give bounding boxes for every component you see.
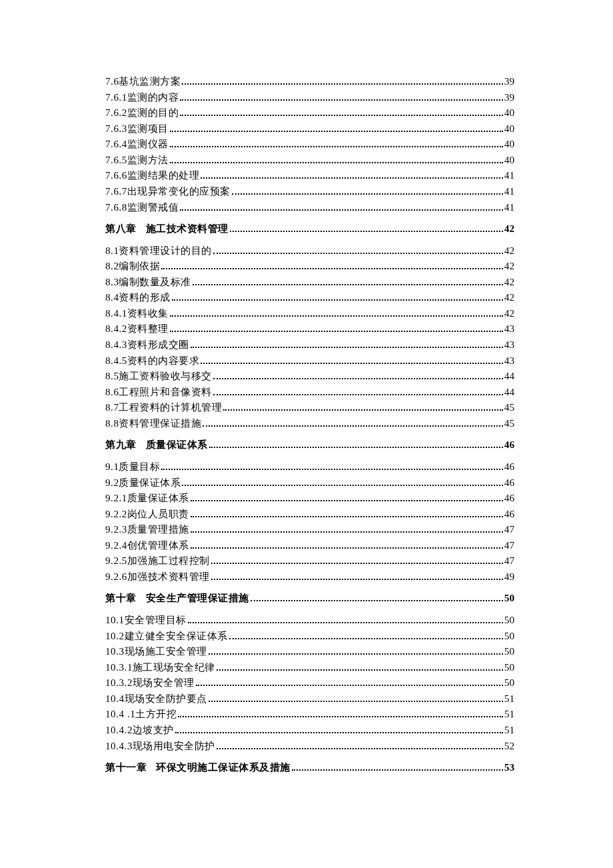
- toc-chapter-heading: 第九章质量保证体系46: [105, 437, 514, 453]
- toc-entry-title: 加强技术资料管理: [127, 569, 210, 585]
- toc-entry-page: 40: [504, 121, 514, 137]
- toc-leader-dots: [191, 510, 503, 517]
- toc-entry: 10.4.2 边坡支护 51: [105, 722, 514, 738]
- toc-entry-page: 41: [504, 199, 514, 215]
- toc-leader-dots: [170, 125, 503, 132]
- toc-entry: 10.3 现场施工安全管理50: [105, 643, 514, 659]
- toc-entry-title: 安全生产管理保证措施: [146, 590, 249, 606]
- toc-entry-title: 土方开挖: [135, 706, 177, 722]
- toc-entry-number: 7.6.1: [105, 89, 127, 105]
- toc-leader-dots: [170, 309, 503, 317]
- toc-entry-title: 加强施工过程控制: [127, 553, 210, 569]
- toc-leader-dots: [161, 262, 502, 269]
- toc-entry-page: 40: [504, 105, 514, 121]
- toc-entry-page: 49: [504, 569, 514, 585]
- toc-entry-page: 45: [504, 399, 514, 415]
- toc-entry: 9.2.1 质量保证体系 46: [105, 490, 514, 506]
- toc-entry: 8.5 施工资料验收与移交44: [105, 368, 514, 384]
- toc-entry-page: 42: [504, 221, 514, 237]
- toc-entry: 10.3.2 现场安全管理 50: [105, 675, 514, 691]
- toc-entry-title: 质量管理措施: [127, 521, 189, 537]
- toc-leader-dots: [196, 679, 503, 686]
- toc-entry-page: 45: [504, 415, 514, 431]
- toc-entry-number: 8.4: [105, 289, 119, 305]
- toc-entry: 7.6.4 监测仪器40: [105, 136, 514, 152]
- toc-entry-page: 51: [504, 722, 514, 738]
- toc-entry-page: 40: [504, 152, 514, 168]
- toc-entry: 8.8 资料管理保证措施45: [105, 415, 514, 431]
- toc-entry-page: 42: [504, 305, 514, 321]
- toc-entry: 9.2.3 质量管理措施 47: [105, 521, 514, 537]
- toc-entry-number: 9.2.6: [105, 569, 127, 585]
- toc-leader-dots: [191, 341, 503, 348]
- toc-chapter-heading: 第十章安全生产管理保证措施50: [105, 590, 514, 606]
- toc-entry-page: 46: [504, 490, 514, 506]
- toc-entry: 9.1 质量目标46: [105, 459, 514, 475]
- toc-entry-title: 监测项目: [127, 121, 169, 137]
- toc-entry-title: 岗位人员职责: [127, 506, 189, 522]
- toc-leader-dots: [251, 594, 503, 601]
- toc-entry: 10.4 .1 土方开挖51: [105, 706, 514, 722]
- toc-entry: 8.4 资料的形成42: [105, 289, 514, 305]
- toc-entry: 7.6.5 监测方法40: [105, 152, 514, 168]
- toc-entry-title: 建立健全安全保证体系: [125, 628, 228, 644]
- toc-entry-page: 46: [504, 437, 514, 453]
- toc-leader-dots: [191, 494, 503, 501]
- toc-leader-dots: [201, 356, 502, 363]
- toc-leader-dots: [188, 616, 503, 623]
- toc-entry-title: 环保文明施工保证体系及措施: [156, 759, 291, 775]
- toc-entry-title: 现场施工安全管理: [125, 643, 207, 659]
- toc-entry: 10.1 安全管理目标50: [105, 612, 514, 628]
- toc-entry: 8.4.2 资料整理43: [105, 321, 514, 337]
- toc-entry-page: 50: [504, 675, 514, 691]
- toc-entry-number: 9.2.2: [105, 506, 127, 522]
- toc-entry-title: 资料的形成: [119, 289, 171, 305]
- toc-leader-dots: [223, 403, 502, 411]
- toc-entry: 9.2 质量保证体系46: [105, 475, 514, 491]
- toc-entry-title: 创优管理体系: [127, 537, 189, 553]
- toc-leader-dots: [172, 293, 503, 301]
- toc-entry-title: 资料管理设计的目的: [119, 243, 212, 259]
- toc-entry: 9.2.5 加强施工过程控制 47: [105, 553, 514, 569]
- toc-leader-dots: [182, 478, 502, 485]
- toc-leader-dots: [211, 557, 503, 564]
- toc-entry: 8.6 工程照片和音像资料44: [105, 384, 514, 400]
- toc-entry-number: 8.4.3: [105, 337, 127, 353]
- toc-entry: 10.4 现场安全防护要点51: [105, 691, 514, 707]
- toc-chapter-heading: 第十一章环保文明施工保证体系及措施53: [105, 759, 514, 775]
- toc-entry-title: 资料收集: [127, 305, 169, 321]
- toc-entry-page: 39: [504, 89, 514, 105]
- toc-entry-number: 10.4.3: [105, 738, 133, 754]
- toc-entry-title: 现场安全防护要点: [125, 691, 207, 707]
- toc-leader-dots: [170, 140, 503, 147]
- toc-entry-page: 47: [504, 537, 514, 553]
- toc-entry-title: 监测的目的: [127, 105, 179, 121]
- toc-leader-dots: [213, 247, 503, 254]
- toc-leader-dots: [209, 647, 503, 655]
- toc-entry: 10.3.1 施工现场安全纪律 50: [105, 659, 514, 675]
- toc-entry-page: 42: [504, 258, 514, 274]
- toc-entry-number: 第八章: [105, 221, 137, 237]
- toc-leader-dots: [161, 463, 502, 470]
- toc-entry-page: 50: [504, 659, 514, 675]
- toc-entry-page: 50: [504, 612, 514, 628]
- toc-leader-dots: [180, 109, 502, 116]
- toc-entry-page: 40: [504, 136, 514, 152]
- toc-entry-number: 第十一章: [105, 759, 147, 775]
- toc-entry-page: 46: [504, 459, 514, 475]
- toc-entry-title: 施工现场安全纪律: [133, 659, 215, 675]
- toc-entry-number: 8.1: [105, 243, 119, 259]
- toc-leader-dots: [178, 710, 503, 717]
- toc-entry: 7.6.8 监测警戒值41: [105, 199, 514, 215]
- toc-entry-page: 47: [504, 521, 514, 537]
- toc-entry: 7.6.3 监测项目40: [105, 121, 514, 137]
- toc-leader-dots: [180, 93, 502, 100]
- toc-entry-title: 资料的内容要求: [127, 353, 200, 369]
- toc-entry-title: 质量保证体系: [146, 437, 208, 453]
- toc-chapter-heading: 第八章施工技术资料管理42: [105, 221, 514, 237]
- toc-entry-page: 41: [504, 167, 514, 183]
- toc-entry-number: 9.2: [105, 475, 119, 491]
- toc-entry-title: 工程照片和音像资料: [119, 384, 212, 400]
- toc-entry-page: 51: [504, 691, 514, 707]
- toc-entry-title: 编制依据: [119, 258, 160, 274]
